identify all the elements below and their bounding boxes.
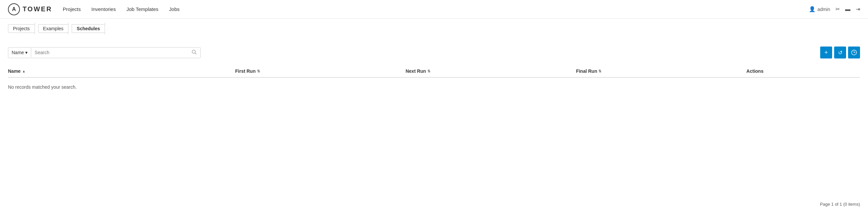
breadcrumb-item-projects: Projects: [8, 23, 38, 35]
breadcrumb-item-examples: Examples: [38, 23, 72, 35]
search-bar: Name ▾: [8, 47, 200, 58]
breadcrumb-link-examples[interactable]: Examples: [38, 24, 68, 33]
nav-link-jobs[interactable]: Jobs: [169, 6, 180, 12]
breadcrumb-chevron-2: [68, 23, 72, 35]
nav-link-job-templates[interactable]: Job Templates: [126, 6, 158, 12]
activity-stream-button[interactable]: [848, 47, 860, 59]
username: admin: [817, 7, 830, 12]
breadcrumb-chevron-1: [34, 23, 38, 35]
col-first-run-sort-icon[interactable]: ⇅: [257, 69, 260, 73]
col-actions: Actions: [746, 68, 860, 74]
navbar-right: admin ✂ ▬ ⇥: [809, 6, 860, 12]
breadcrumb-link-projects[interactable]: Projects: [8, 24, 35, 33]
brand-logo: A: [8, 3, 20, 15]
col-final-run-sort-icon[interactable]: ⇅: [598, 69, 601, 73]
col-first-run-label: First Run: [235, 68, 255, 74]
breadcrumb-chevron-3: [104, 23, 108, 35]
brand: A TOWER: [8, 3, 52, 15]
filter-dropdown[interactable]: Name ▾: [8, 48, 31, 57]
filter-label: Name: [11, 50, 24, 55]
breadcrumb: Projects Examples Schedules: [0, 19, 868, 38]
breadcrumb-active-schedules: Schedules: [72, 24, 105, 33]
dropdown-chevron-icon: ▾: [25, 50, 28, 55]
navbar-nav: Projects Inventories Job Templates Jobs: [63, 6, 809, 12]
table-header: Name ▲ First Run ⇅ Next Run ⇅ Final Run …: [8, 65, 860, 78]
action-buttons: + ↺: [820, 47, 860, 59]
search-row: Name ▾ + ↺: [8, 47, 860, 59]
nav-link-inventories[interactable]: Inventories: [91, 6, 116, 12]
admin-user: admin: [809, 6, 830, 12]
col-next-run-sort-icon[interactable]: ⇅: [427, 69, 430, 73]
col-name: Name ▲: [8, 68, 235, 74]
col-next-run-label: Next Run: [405, 68, 426, 74]
col-final-run: Final Run ⇅: [576, 68, 746, 74]
col-final-run-label: Final Run: [576, 68, 597, 74]
col-first-run: First Run ⇅: [235, 68, 405, 74]
user-icon: [809, 6, 815, 12]
signout-icon[interactable]: ⇥: [856, 6, 860, 12]
table-empty-message: No records matched your search.: [8, 78, 860, 96]
brand-name: TOWER: [23, 5, 52, 13]
monitor-icon[interactable]: ▬: [845, 6, 850, 12]
add-button[interactable]: +: [820, 47, 832, 59]
search-icon[interactable]: [188, 48, 200, 58]
settings-icon[interactable]: ✂: [835, 6, 840, 12]
svg-line-1: [195, 53, 196, 54]
search-input[interactable]: [31, 48, 188, 57]
refresh-button[interactable]: ↺: [834, 47, 846, 59]
main-content: Name ▾ + ↺ Na: [0, 38, 868, 96]
brand-logo-letter: A: [12, 6, 16, 12]
col-next-run: Next Run ⇅: [405, 68, 576, 74]
table: Name ▲ First Run ⇅ Next Run ⇅ Final Run …: [8, 65, 860, 96]
col-name-sort-icon[interactable]: ▲: [22, 69, 26, 73]
breadcrumb-item-schedules: Schedules: [72, 23, 108, 35]
col-actions-label: Actions: [746, 68, 764, 74]
col-name-label: Name: [8, 68, 21, 74]
nav-link-projects[interactable]: Projects: [63, 6, 81, 12]
navbar: A TOWER Projects Inventories Job Templat…: [0, 0, 868, 19]
